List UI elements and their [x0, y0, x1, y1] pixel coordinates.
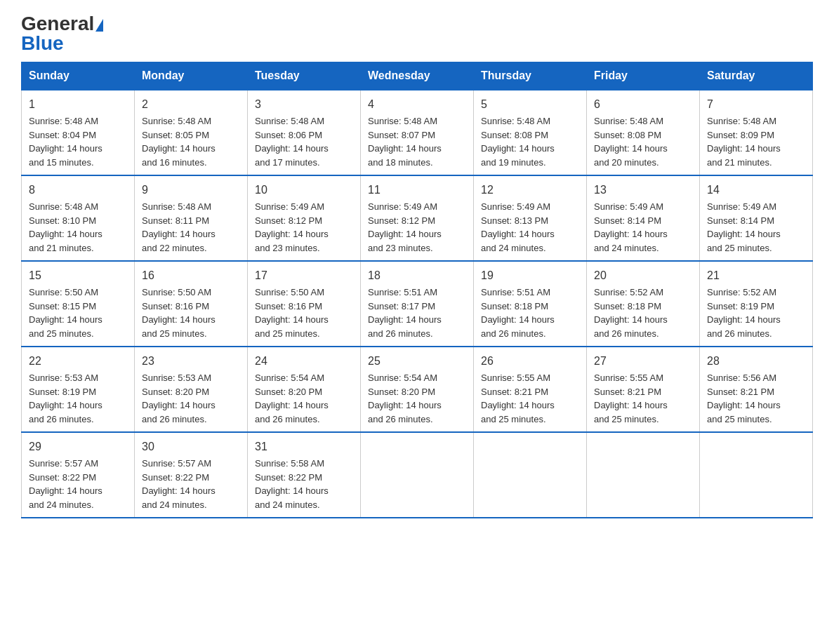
sunset-label: Sunset: 8:18 PM: [594, 301, 661, 311]
day-number: 7: [707, 96, 805, 113]
daylight-label: Daylight: 14 hours: [255, 229, 329, 239]
sunset-label: Sunset: 8:16 PM: [142, 301, 209, 311]
sunset-label: Sunset: 8:09 PM: [707, 130, 774, 140]
day-number: 6: [594, 96, 692, 113]
sunrise-label: Sunrise: 5:57 AM: [29, 458, 98, 469]
daylight-label: Daylight: 14 hours: [594, 400, 668, 410]
sunset-label: Sunset: 8:19 PM: [707, 301, 774, 311]
calendar-cell: 25 Sunrise: 5:54 AM Sunset: 8:20 PM Dayl…: [361, 347, 474, 432]
calendar-cell: 19 Sunrise: 5:51 AM Sunset: 8:18 PM Dayl…: [474, 261, 587, 347]
day-number: 5: [481, 96, 579, 113]
calendar-cell: 10 Sunrise: 5:49 AM Sunset: 8:12 PM Dayl…: [248, 175, 361, 261]
daylight-label: Daylight: 14 hours: [594, 229, 668, 239]
day-number: 27: [594, 353, 692, 370]
daylight-minutes: and 24 minutes.: [29, 499, 94, 510]
sunrise-label: Sunrise: 5:50 AM: [255, 287, 324, 297]
sunset-label: Sunset: 8:12 PM: [255, 215, 322, 226]
header-day-monday: Monday: [135, 62, 248, 90]
day-number: 13: [594, 182, 692, 199]
day-number: 26: [481, 353, 579, 370]
daylight-label: Daylight: 14 hours: [142, 229, 216, 239]
logo: General: [21, 14, 103, 34]
daylight-label: Daylight: 14 hours: [481, 314, 555, 325]
daylight-minutes: and 26 minutes.: [142, 414, 207, 424]
header-day-saturday: Saturday: [700, 62, 813, 90]
calendar-table: SundayMondayTuesdayWednesdayThursdayFrid…: [21, 62, 813, 518]
day-number: 28: [707, 353, 805, 370]
daylight-label: Daylight: 14 hours: [255, 400, 329, 410]
daylight-label: Daylight: 14 hours: [707, 229, 781, 239]
calendar-cell: 22 Sunrise: 5:53 AM Sunset: 8:19 PM Dayl…: [22, 347, 135, 432]
header: General Blue: [21, 14, 813, 55]
daylight-minutes: and 19 minutes.: [481, 157, 546, 168]
daylight-minutes: and 15 minutes.: [29, 157, 94, 168]
sunrise-label: Sunrise: 5:50 AM: [142, 287, 211, 297]
daylight-label: Daylight: 14 hours: [142, 400, 216, 410]
calendar-cell: 4 Sunrise: 5:48 AM Sunset: 8:07 PM Dayli…: [361, 90, 474, 175]
daylight-label: Daylight: 14 hours: [707, 143, 781, 154]
sunrise-label: Sunrise: 5:48 AM: [368, 116, 437, 126]
sunset-label: Sunset: 8:14 PM: [594, 215, 661, 226]
day-number: 25: [368, 353, 466, 370]
sunset-label: Sunset: 8:19 PM: [29, 387, 96, 397]
calendar-cell: 21 Sunrise: 5:52 AM Sunset: 8:19 PM Dayl…: [700, 261, 813, 347]
calendar-cell: 15 Sunrise: 5:50 AM Sunset: 8:15 PM Dayl…: [22, 261, 135, 347]
sunrise-label: Sunrise: 5:48 AM: [594, 116, 663, 126]
calendar-cell: 20 Sunrise: 5:52 AM Sunset: 8:18 PM Dayl…: [587, 261, 700, 347]
sunrise-label: Sunrise: 5:57 AM: [142, 458, 211, 469]
sunset-label: Sunset: 8:18 PM: [481, 301, 548, 311]
day-number: 11: [368, 182, 466, 199]
day-number: 17: [255, 267, 353, 284]
daylight-label: Daylight: 14 hours: [29, 229, 102, 239]
calendar-cell: 24 Sunrise: 5:54 AM Sunset: 8:20 PM Dayl…: [248, 347, 361, 432]
daylight-label: Daylight: 14 hours: [368, 400, 442, 410]
day-number: 16: [142, 267, 240, 284]
logo-triangle-icon: [95, 19, 103, 32]
daylight-label: Daylight: 14 hours: [142, 143, 216, 154]
calendar-cell: [700, 432, 813, 518]
daylight-minutes: and 22 minutes.: [142, 243, 207, 253]
daylight-minutes: and 25 minutes.: [255, 328, 320, 339]
sunrise-label: Sunrise: 5:54 AM: [368, 373, 437, 383]
sunrise-label: Sunrise: 5:51 AM: [368, 287, 437, 297]
daylight-minutes: and 25 minutes.: [29, 328, 94, 339]
daylight-label: Daylight: 14 hours: [594, 143, 668, 154]
daylight-label: Daylight: 14 hours: [29, 400, 102, 410]
calendar-cell: 30 Sunrise: 5:57 AM Sunset: 8:22 PM Dayl…: [135, 432, 248, 518]
daylight-label: Daylight: 14 hours: [481, 143, 555, 154]
day-number: 23: [142, 353, 240, 370]
sunrise-label: Sunrise: 5:49 AM: [255, 201, 324, 212]
sunrise-label: Sunrise: 5:49 AM: [368, 201, 437, 212]
calendar-cell: 27 Sunrise: 5:55 AM Sunset: 8:21 PM Dayl…: [587, 347, 700, 432]
calendar-cell: [361, 432, 474, 518]
header-day-friday: Friday: [587, 62, 700, 90]
sunset-label: Sunset: 8:16 PM: [255, 301, 322, 311]
daylight-label: Daylight: 14 hours: [29, 485, 102, 496]
day-number: 14: [707, 182, 805, 199]
daylight-minutes: and 21 minutes.: [707, 157, 772, 168]
daylight-minutes: and 21 minutes.: [29, 243, 94, 253]
daylight-minutes: and 26 minutes.: [594, 328, 659, 339]
sunrise-label: Sunrise: 5:48 AM: [142, 201, 211, 212]
day-number: 8: [29, 182, 127, 199]
calendar-cell: 28 Sunrise: 5:56 AM Sunset: 8:21 PM Dayl…: [700, 347, 813, 432]
sunrise-label: Sunrise: 5:55 AM: [481, 373, 550, 383]
daylight-label: Daylight: 14 hours: [142, 485, 216, 496]
calendar-cell: 3 Sunrise: 5:48 AM Sunset: 8:06 PM Dayli…: [248, 90, 361, 175]
calendar-cell: 12 Sunrise: 5:49 AM Sunset: 8:13 PM Dayl…: [474, 175, 587, 261]
daylight-minutes: and 23 minutes.: [368, 243, 433, 253]
sunrise-label: Sunrise: 5:52 AM: [594, 287, 663, 297]
sunrise-label: Sunrise: 5:49 AM: [594, 201, 663, 212]
daylight-minutes: and 26 minutes.: [255, 414, 320, 424]
calendar-cell: 23 Sunrise: 5:53 AM Sunset: 8:20 PM Dayl…: [135, 347, 248, 432]
calendar-cell: 16 Sunrise: 5:50 AM Sunset: 8:16 PM Dayl…: [135, 261, 248, 347]
sunset-label: Sunset: 8:22 PM: [142, 472, 209, 483]
calendar-cell: 29 Sunrise: 5:57 AM Sunset: 8:22 PM Dayl…: [22, 432, 135, 518]
daylight-label: Daylight: 14 hours: [368, 314, 442, 325]
sunrise-label: Sunrise: 5:48 AM: [255, 116, 324, 126]
sunset-label: Sunset: 8:21 PM: [594, 387, 661, 397]
day-number: 24: [255, 353, 353, 370]
header-day-sunday: Sunday: [22, 62, 135, 90]
sunrise-label: Sunrise: 5:56 AM: [707, 373, 776, 383]
day-number: 2: [142, 96, 240, 113]
